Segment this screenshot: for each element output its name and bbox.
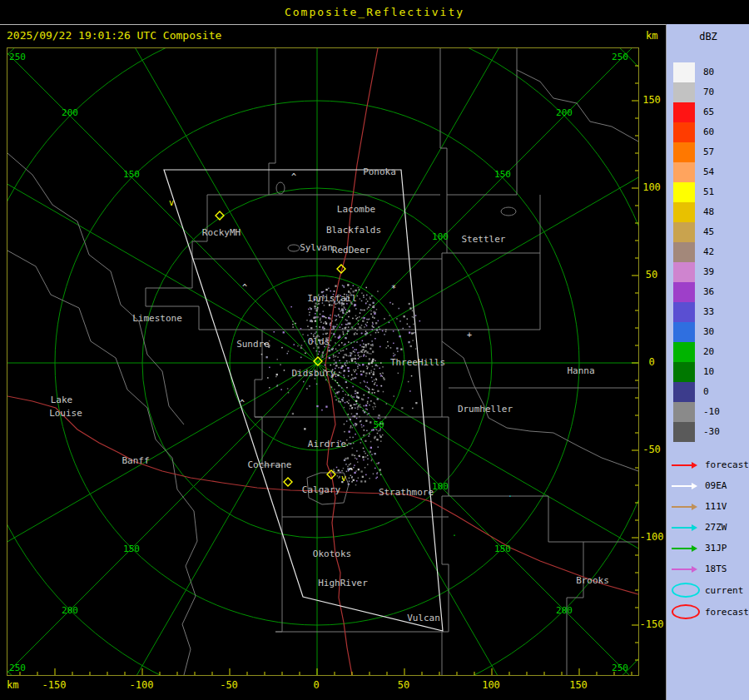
titlebar: Composite_Reflectivity — [0, 0, 749, 25]
echo-pixel — [365, 381, 366, 383]
echo-pixel — [371, 459, 373, 460]
echo-pixel — [345, 458, 346, 459]
arrow-icon — [672, 483, 703, 489]
echo-pixel — [325, 321, 326, 323]
echo-pixel — [342, 390, 344, 392]
echo-pixel — [344, 431, 345, 433]
echo-pixel — [345, 365, 347, 366]
city-label: Brooks — [576, 575, 609, 586]
echo-pixel — [376, 309, 378, 310]
city-label: Strathmore — [379, 487, 434, 498]
echo-pixel — [365, 330, 367, 332]
echo-pixel — [365, 324, 367, 325]
echo-pixel — [361, 470, 363, 472]
echo-pixel — [351, 477, 353, 479]
echo-pixel — [396, 318, 398, 320]
legend-label: forecast — [705, 459, 749, 470]
echo-pixel — [345, 464, 347, 465]
echo-pixel — [352, 416, 354, 418]
dbz-swatch — [673, 182, 695, 202]
echo-pixel — [399, 308, 400, 310]
echo-pixel — [366, 295, 368, 296]
echo-pixel — [375, 365, 377, 366]
bottom-axis-unit: km — [7, 679, 18, 691]
echo-pixel — [315, 326, 317, 328]
echo-pixel — [363, 317, 365, 319]
echo-pixel — [358, 320, 360, 322]
range-ring-label: 150 — [494, 169, 511, 180]
echo-pixel — [350, 427, 351, 429]
lake-outline — [288, 245, 300, 251]
legend-item-forecast: forecast — [672, 601, 748, 623]
echo-pixel — [351, 326, 353, 328]
echo-pixel — [367, 455, 369, 457]
echo-pixel — [354, 333, 355, 335]
echo-pixel — [350, 405, 351, 406]
echo-pixel — [331, 333, 333, 335]
echo-pixel — [330, 315, 331, 316]
echo-pixel — [342, 313, 344, 315]
right-axis-tick-label: 0 — [637, 356, 666, 368]
echo-pixel — [362, 340, 364, 342]
echo-pixel — [413, 333, 414, 335]
echo-pixel — [374, 360, 376, 362]
echo-pixel — [375, 332, 377, 334]
legend-item-18TS: 18TS — [672, 559, 748, 579]
echo-pixel — [370, 298, 371, 300]
radar-map[interactable]: v^^*+^^v..PonokaLacombeBlackfaldsSylvanR… — [7, 47, 639, 676]
echo-pixel — [346, 324, 348, 325]
echo-pixel — [347, 444, 349, 446]
point-marker: * — [391, 284, 396, 293]
echo-pixel — [319, 351, 320, 353]
echo-pixel — [374, 305, 375, 307]
point-marker: + — [467, 330, 472, 340]
echo-pixel — [343, 375, 345, 376]
echo-pixel — [370, 314, 372, 315]
echo-pixel — [356, 450, 358, 452]
echo-pixel — [353, 479, 355, 481]
echo-pixel — [321, 410, 323, 411]
range-spoke — [91, 363, 318, 675]
echo-pixel — [316, 384, 318, 385]
echo-pixel — [335, 285, 336, 287]
echo-pixel — [365, 405, 367, 406]
echo-pixel — [345, 354, 346, 355]
echo-pixel — [372, 406, 374, 408]
echo-pixel — [343, 468, 345, 469]
right-axis-unit: km — [646, 30, 657, 42]
echo-pixel — [347, 284, 349, 285]
echo-pixel — [356, 330, 358, 331]
echo-pixel — [320, 314, 321, 315]
echo-pixel — [345, 314, 347, 315]
echo-pixel — [365, 440, 366, 442]
echo-pixel — [407, 318, 409, 320]
echo-pixel — [372, 360, 374, 362]
dbz-value-label: 65 — [703, 107, 714, 117]
echo-pixel — [347, 362, 349, 364]
dbz-swatch — [673, 62, 695, 82]
echo-pixel — [390, 347, 392, 349]
echo-pixel — [344, 370, 345, 372]
echo-pixel — [373, 474, 374, 475]
echo-pixel — [284, 370, 285, 371]
echo-pixel — [354, 371, 355, 373]
echo-pixel — [372, 359, 374, 360]
echo-pixel — [330, 290, 332, 292]
echo-pixel — [300, 347, 302, 349]
echo-pixel — [348, 310, 350, 312]
echo-pixel — [308, 309, 310, 310]
dbz-value-label: 36 — [703, 286, 714, 297]
echo-pixel — [377, 390, 379, 392]
echo-pixel — [393, 353, 394, 355]
echo-pixel — [370, 348, 371, 350]
county-boundary — [449, 496, 638, 542]
echo-pixel — [368, 388, 370, 390]
echo-pixel — [365, 355, 367, 357]
echo-pixel — [366, 430, 368, 432]
legend-label: forecast — [705, 607, 749, 618]
echo-pixel — [412, 340, 414, 341]
echo-pixel — [365, 350, 367, 352]
echo-pixel — [357, 409, 359, 410]
echo-pixel — [337, 357, 339, 359]
dbz-swatch — [673, 282, 695, 302]
